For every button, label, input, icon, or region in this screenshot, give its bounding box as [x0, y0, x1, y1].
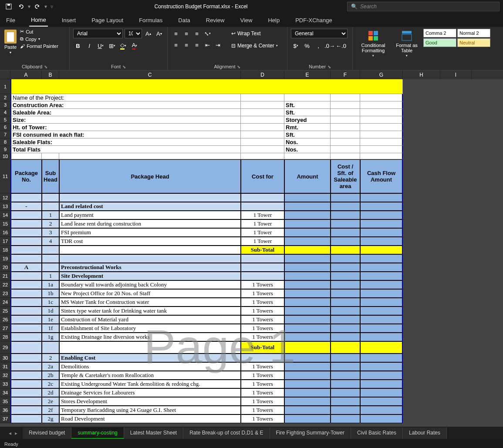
cell[interactable]	[59, 254, 241, 263]
cell[interactable]	[284, 388, 331, 397]
cell[interactable]	[360, 146, 403, 153]
cell[interactable]	[440, 246, 472, 254]
cell[interactable]	[403, 380, 440, 388]
cell[interactable]	[360, 341, 403, 354]
cell[interactable]	[360, 289, 403, 298]
cell[interactable]	[440, 159, 472, 193]
cell[interactable]: Site Development	[59, 272, 241, 280]
cell[interactable]	[360, 124, 403, 131]
copy-button[interactable]: ⧉Copy ▾	[20, 36, 58, 42]
cell[interactable]	[440, 79, 472, 94]
cell[interactable]	[331, 371, 360, 380]
percent-format-icon[interactable]: %	[302, 41, 312, 51]
search-box[interactable]: 🔍 Search	[347, 2, 500, 11]
cell[interactable]	[331, 237, 360, 246]
row-header-9[interactable]: 9	[0, 146, 10, 153]
cell[interactable]: FSI premium	[59, 228, 241, 237]
cell[interactable]	[241, 101, 284, 109]
cell[interactable]	[284, 354, 331, 362]
cell[interactable]	[360, 298, 403, 307]
cell[interactable]	[360, 246, 403, 254]
cell[interactable]	[241, 153, 284, 159]
cell[interactable]	[331, 280, 360, 289]
cell[interactable]	[360, 101, 403, 109]
cell[interactable]	[403, 228, 440, 237]
row-header-25[interactable]: 25	[0, 307, 10, 315]
cell[interactable]	[440, 354, 472, 362]
indent-increase-icon[interactable]: ⇥	[213, 40, 223, 50]
cell[interactable]: Boundary wall towards adjoining back Col…	[59, 280, 241, 289]
row-header-22[interactable]: 22	[0, 280, 10, 289]
row-header-2[interactable]: 2	[0, 94, 10, 101]
cell[interactable]	[331, 362, 360, 371]
col-header-E[interactable]: E	[284, 71, 331, 79]
sheet-tab[interactable]: Labour Rates	[403, 428, 447, 439]
accounting-format-icon[interactable]: $▾	[291, 41, 300, 51]
cell[interactable]	[10, 397, 42, 406]
cell[interactable]	[440, 211, 472, 219]
cell[interactable]	[284, 228, 331, 237]
sheet-tab[interactable]: Rate Break-up of cost D,D1 & E	[183, 428, 270, 439]
cell[interactable]: Establishment of Site Laboratory	[59, 324, 241, 333]
clipboard-launcher-icon[interactable]: ⬊	[44, 64, 47, 69]
cell[interactable]	[440, 202, 472, 211]
cell[interactable]: Existing Drainage line diversion works	[59, 333, 241, 341]
cell[interactable]: Land related cost	[59, 202, 241, 211]
row-header-16[interactable]: 16	[0, 228, 10, 237]
cell[interactable]	[360, 228, 403, 237]
cell[interactable]: Package No.	[10, 159, 42, 193]
menu-pagelayout[interactable]: Page Layout	[90, 14, 125, 26]
font-color-button[interactable]: A ▾	[130, 41, 139, 51]
cell[interactable]	[440, 298, 472, 307]
align-left-icon[interactable]: ≡	[171, 40, 181, 50]
format-painter-button[interactable]: 🖌Format Painter	[20, 44, 58, 49]
row-header-37[interactable]: 37	[0, 414, 10, 423]
cell[interactable]	[440, 237, 472, 246]
cell[interactable]: 1d	[42, 307, 59, 315]
cell[interactable]	[403, 219, 440, 228]
menu-file[interactable]: File	[4, 14, 17, 26]
cell[interactable]	[10, 272, 42, 280]
align-bottom-icon[interactable]: ≡	[192, 29, 202, 38]
cell[interactable]: 1	[42, 211, 59, 219]
cell[interactable]	[360, 315, 403, 324]
cell[interactable]: MS Water Tank for Construction water	[59, 298, 241, 307]
cell[interactable]	[360, 254, 403, 263]
cell[interactable]	[284, 246, 331, 254]
menu-home[interactable]: Home	[29, 14, 48, 27]
cell[interactable]	[10, 219, 42, 228]
cell[interactable]	[10, 315, 42, 324]
undo-icon[interactable]	[16, 1, 26, 12]
cell[interactable]	[10, 237, 42, 246]
cell[interactable]	[42, 246, 59, 254]
cell[interactable]	[331, 228, 360, 237]
cell[interactable]	[241, 254, 284, 263]
cell[interactable]	[10, 380, 42, 388]
cell[interactable]: 2	[42, 219, 59, 228]
col-header-B[interactable]: B	[42, 71, 59, 79]
cell[interactable]	[284, 397, 331, 406]
cell[interactable]	[241, 138, 284, 146]
cell[interactable]	[331, 406, 360, 414]
cell[interactable]	[440, 193, 472, 202]
cell[interactable]: 4	[42, 237, 59, 246]
cell[interactable]	[10, 362, 42, 371]
indent-decrease-icon[interactable]: ⇤	[203, 40, 212, 50]
cell[interactable]	[331, 193, 360, 202]
cell[interactable]	[440, 116, 472, 124]
alignment-launcher-icon[interactable]: ⬊	[237, 64, 240, 69]
cell[interactable]	[360, 153, 403, 159]
align-right-icon[interactable]: ≡	[192, 40, 202, 50]
bold-button[interactable]: B	[73, 41, 83, 51]
select-all-triangle[interactable]	[0, 71, 10, 79]
cell[interactable]: 1 Towers	[241, 397, 284, 406]
cell[interactable]	[10, 388, 42, 397]
cell[interactable]	[10, 193, 42, 202]
cell[interactable]	[403, 254, 440, 263]
cell[interactable]	[284, 307, 331, 315]
cell[interactable]	[284, 298, 331, 307]
cut-button[interactable]: ✂Cut	[20, 29, 58, 34]
cell[interactable]	[440, 280, 472, 289]
font-launcher-icon[interactable]: ⬊	[122, 64, 126, 69]
merge-center-button[interactable]: ⊟Merge & Center ▾	[229, 41, 280, 51]
